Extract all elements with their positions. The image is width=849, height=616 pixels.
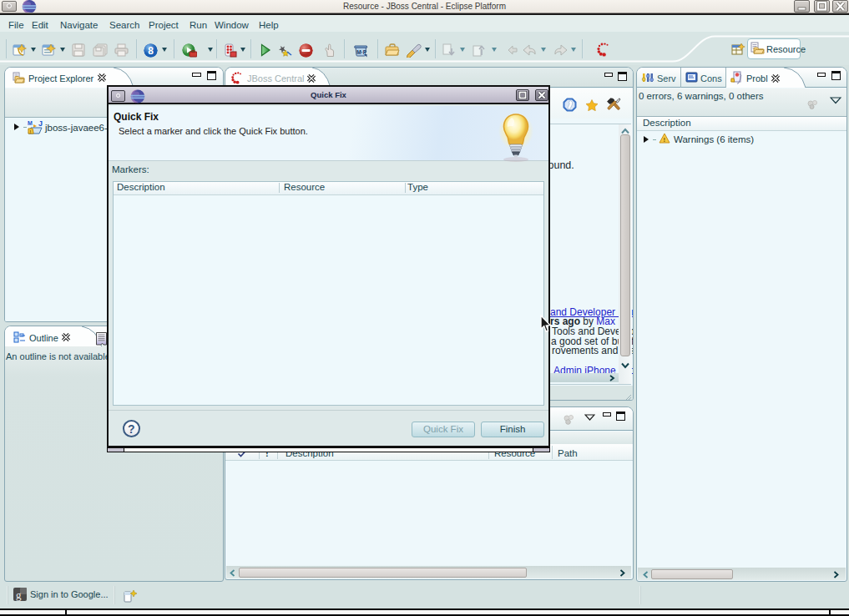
svg-text:!: ! xyxy=(30,129,32,134)
svg-text:M: M xyxy=(28,120,33,126)
svg-text:g: g xyxy=(16,588,22,601)
svg-text:J: J xyxy=(38,119,43,128)
svg-text:!: ! xyxy=(664,136,666,144)
